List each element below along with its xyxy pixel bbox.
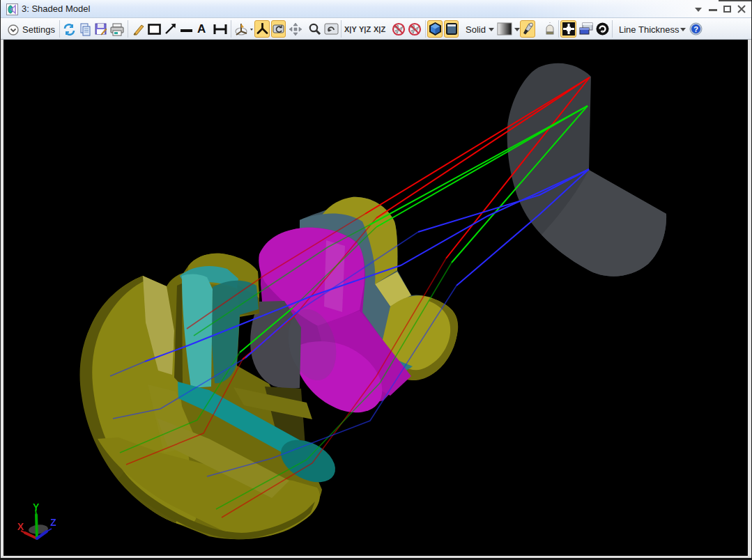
svg-text:?: ? [693, 25, 698, 33]
svg-text:Z: Z [50, 517, 56, 528]
svg-text:Y: Y [33, 501, 40, 513]
svg-text:X: X [17, 521, 24, 532]
